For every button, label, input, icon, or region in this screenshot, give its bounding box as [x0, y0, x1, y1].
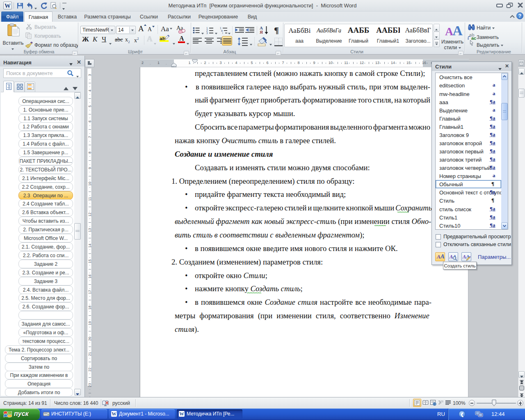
svg-text:3: 3	[206, 32, 208, 34]
svg-text:i: i	[222, 32, 223, 34]
